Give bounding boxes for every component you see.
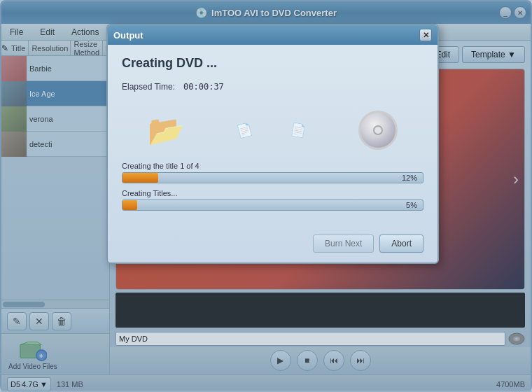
modal-close-button[interactable]: ✕ [419, 29, 432, 41]
modal-heading: Creating DVD ... [122, 56, 424, 71]
progress2-percent: 5% [406, 201, 417, 209]
dvd-disc-icon [358, 111, 398, 150]
progress-fill-2 [122, 200, 137, 210]
folder-icon: 📂 [148, 113, 184, 148]
burn-next-button[interactable]: Burn Next [313, 234, 374, 253]
progress-section-1: Creating the title 1 of 4 12% [122, 162, 424, 183]
elapsed-time: 00:00:37 [183, 82, 224, 92]
dvd-hole [373, 125, 383, 135]
progress-icons: 📂 📄 📄 [122, 106, 424, 155]
modal-footer: Burn Next Abort [108, 227, 438, 262]
modal-close-icon: ✕ [423, 31, 429, 40]
output-dialog: Output ✕ Creating DVD ... Elapsed Time: … [106, 24, 439, 264]
elapsed-row: Elapsed Time: 00:00:37 [122, 82, 424, 92]
progress-bar-1: 12% [122, 172, 424, 183]
progress1-label: Creating the title 1 of 4 [122, 162, 424, 170]
progress2-label: Creating Titles... [122, 189, 424, 197]
modal-body: Creating DVD ... Elapsed Time: 00:00:37 … [108, 45, 438, 227]
flying-paper2-icon: 📄 [289, 121, 307, 139]
progress-bar-2: 5% [122, 200, 424, 211]
progress-section-2: Creating Titles... 5% [122, 189, 424, 211]
main-window: 💿 ImTOO AVI to DVD Converter _ ✕ File Ed… [0, 0, 532, 392]
modal-title-bar: Output ✕ [108, 25, 438, 45]
progress-fill-1 [122, 173, 158, 183]
progress1-percent: 12% [402, 174, 417, 182]
elapsed-label: Elapsed Time: [122, 82, 175, 92]
modal-overlay: Output ✕ Creating DVD ... Elapsed Time: … [1, 1, 531, 391]
modal-title: Output [113, 30, 144, 41]
flying-paper-icon: 📄 [235, 121, 254, 140]
abort-button[interactable]: Abort [379, 234, 424, 253]
